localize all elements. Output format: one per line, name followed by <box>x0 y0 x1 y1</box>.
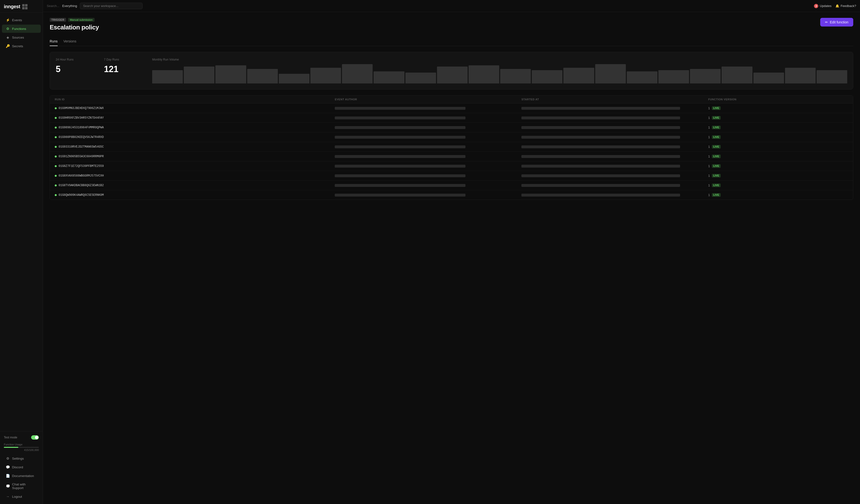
search-area: Search... Everything <box>47 3 810 9</box>
sidebar: inngest ⚡ Events ⚙ Functions ◈ Sources 🔑… <box>0 0 43 504</box>
functions-icon: ⚙ <box>6 27 10 31</box>
table-row[interactable]: 01G8XVAX8588WBGGRMJ575VCXH 1 LIVE <box>50 171 853 181</box>
page-title: Escalation policy <box>50 24 99 31</box>
event-author-cell <box>335 155 521 158</box>
status-dot <box>55 107 57 109</box>
run-id-text: 01G8TV9AKDBACBB8Q6Z3EWN1B2 <box>59 184 104 187</box>
sidebar-item-label: Sources <box>12 36 24 39</box>
redacted-author <box>335 136 465 139</box>
run-id-cell: 01G8TV9AKDBACBB8Q6Z3EWN1B2 <box>55 184 335 187</box>
chart-bar <box>279 74 310 84</box>
event-author-cell <box>335 145 521 148</box>
run-id-cell: 01G9HR9XFZBV3HR5YZN7D44FAY <box>55 116 335 120</box>
chart-bar <box>215 66 246 84</box>
table-row[interactable]: 01G8QW909K4AWRQ6C5E5ERNK0M 1 LIVE <box>50 190 853 200</box>
stat-7day-label: 7 Day Runs <box>104 58 152 61</box>
run-id-cell: 01G980P8B02KEEQVS6JW7R4RXD <box>55 135 335 139</box>
event-author-cell <box>335 184 521 187</box>
redacted-date <box>521 174 680 177</box>
edit-function-button[interactable]: ✏ Edit function <box>820 18 853 27</box>
sidebar-item-settings[interactable]: ⚙ Settings <box>2 454 41 462</box>
run-id-cell: 01G91ZN905B55A3C6049RRM0PR <box>55 155 335 158</box>
redacted-date <box>521 145 680 148</box>
updates-count: 3 <box>814 4 818 8</box>
event-author-cell <box>335 107 521 110</box>
run-id-text: 01G980P8B02KEEQVS6JW7R4RXD <box>59 135 104 139</box>
version-cell: 1 LIVE <box>708 174 848 177</box>
sidebar-item-chat-support[interactable]: 💭 Chat with Support <box>2 480 41 492</box>
started-at-cell <box>521 184 708 187</box>
chart-bar <box>817 70 847 84</box>
table-row[interactable]: 01G980P8B02KEEQVS6JW7R4RXD 1 LIVE <box>50 132 853 142</box>
stats-section: 24 Hour Runs 5 7 Day Runs 121 Monthly Ru… <box>50 52 853 89</box>
run-id-cell: 01G9MXMN3JBEHDXQ7906Z1MJWX <box>55 106 335 110</box>
search-input[interactable] <box>80 3 143 9</box>
sidebar-item-label: Documentation <box>12 474 34 478</box>
version-number: 1 <box>708 155 710 158</box>
version-cell: 1 LIVE <box>708 164 848 168</box>
updates-button[interactable]: 3 Updates <box>814 4 831 8</box>
sidebar-item-label: Discord <box>12 465 23 469</box>
redacted-date <box>521 136 680 139</box>
redacted-date <box>521 126 680 129</box>
version-cell: 1 LIVE <box>708 106 848 110</box>
run-id-text: 01G8XVAX8588WBGGRMJ575VCXH <box>59 174 104 177</box>
tabs: Runs Versions <box>50 37 853 46</box>
sidebar-item-logout[interactable]: → Logout <box>2 492 41 501</box>
redacted-author <box>335 126 465 129</box>
table-row[interactable]: 01G91ZN905B55A3C6049RRM0PR 1 LIVE <box>50 152 853 161</box>
table-row[interactable]: 01G93310RVEJD2TMAN6SW54G5C 1 LIVE <box>50 142 853 152</box>
table-row[interactable]: 01G9MXMN3JBEHDXQ7906Z1MJWX 1 LIVE <box>50 103 853 113</box>
sidebar-item-events[interactable]: ⚡ Events <box>2 16 41 24</box>
sidebar-item-documentation[interactable]: 📄 Documentation <box>2 472 41 480</box>
stat-24hr-label: 24 Hour Runs <box>56 58 104 61</box>
run-id-cell: 01G8XVAX8588WBGGRMJ575VCXH <box>55 174 335 177</box>
redacted-date <box>521 116 680 119</box>
test-mode-label: Test mode <box>4 436 17 439</box>
live-badge: LIVE <box>712 126 721 129</box>
sources-icon: ◈ <box>6 35 10 39</box>
live-badge: LIVE <box>712 184 721 187</box>
usage-bar-fill <box>4 447 18 448</box>
event-author-cell <box>335 165 521 168</box>
discord-icon: 💬 <box>6 465 10 469</box>
started-at-cell <box>521 116 708 119</box>
page-content: TRIGGER Manual submission Escalation pol… <box>43 12 860 504</box>
feedback-button[interactable]: 🔔 Feedback? <box>835 4 856 8</box>
tab-runs[interactable]: Runs <box>50 37 58 46</box>
table-row[interactable]: 01G8TV9AKDBACBB8Q6Z3EWN1B2 1 LIVE <box>50 181 853 190</box>
chart-bar <box>184 67 214 84</box>
table-row[interactable]: 01G9HR9XFZBV3HR5YZN7D44FAY 1 LIVE <box>50 113 853 123</box>
col-function-version: FUNCTION VERSION <box>708 98 848 101</box>
version-cell: 1 LIVE <box>708 193 848 197</box>
version-number: 1 <box>708 116 710 120</box>
chat-icon: 💭 <box>6 484 10 488</box>
updates-label: Updates <box>820 4 831 8</box>
tab-versions[interactable]: Versions <box>63 37 76 46</box>
event-author-cell <box>335 193 521 197</box>
test-mode-toggle[interactable] <box>31 435 39 440</box>
redacted-author <box>335 116 465 119</box>
sidebar-item-secrets[interactable]: 🔑 Secrets <box>2 42 41 50</box>
redacted-author <box>335 107 465 110</box>
chart-bar <box>374 71 404 84</box>
sidebar-bottom: Test mode Function Usage 415/100,000 ⚙ S… <box>0 431 43 504</box>
monthly-chart: Monthly Run Volume <box>152 58 847 84</box>
redacted-date <box>521 193 680 197</box>
table-row[interactable]: 01G9898J45318984FVMMR8QPWA 1 LIVE <box>50 123 853 132</box>
search-label: Search... <box>47 4 59 8</box>
sidebar-item-functions[interactable]: ⚙ Functions <box>2 25 41 33</box>
version-cell: 1 LIVE <box>708 155 848 158</box>
grid-icon <box>22 4 28 10</box>
logout-icon: → <box>6 494 10 499</box>
redacted-date <box>521 155 680 158</box>
sidebar-item-sources[interactable]: ◈ Sources <box>2 33 41 42</box>
search-filter[interactable]: Everything <box>62 4 77 8</box>
sidebar-item-label: Secrets <box>12 44 23 48</box>
sidebar-item-discord[interactable]: 💬 Discord <box>2 463 41 471</box>
table-row[interactable]: 01G8Z7F1E72QF539PFBMTE2559 1 LIVE <box>50 161 853 171</box>
function-usage-label: Function Usage <box>4 443 39 446</box>
live-badge: LIVE <box>712 174 721 177</box>
redacted-author <box>335 145 465 148</box>
run-id-text: 01G8QW909K4AWRQ6C5E5ERNK0M <box>59 193 104 197</box>
